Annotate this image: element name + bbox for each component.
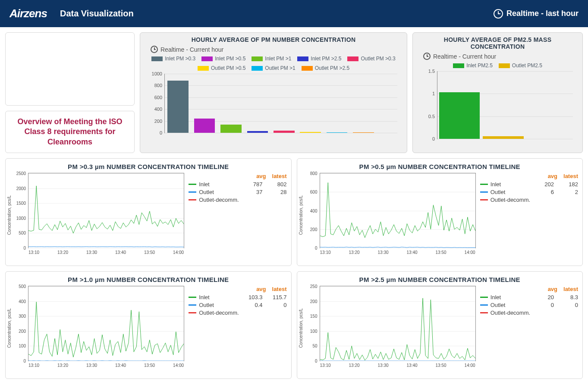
timeline-grid: PM >0.3 µm NUMBER CONCENTRATION TIMELINE… bbox=[0, 158, 588, 384]
top-grid: Overview of Meeting the ISO Class 8 requ… bbox=[0, 27, 588, 158]
bar-chart-pm-number: HOURLY AVERAGE OF PM NUMBER CONCENTRATIO… bbox=[140, 32, 407, 153]
chart-wrap: Concentration, pcs/L 05010015020025013:1… bbox=[302, 286, 476, 370]
chart-plot-area: 020040060080013:1013:2013:3013:4013:5014… bbox=[320, 173, 476, 248]
logo: AAirzensirzens bbox=[9, 7, 47, 20]
chart-legend: avglatest Inlet103.3115.7 Outlet0.40 Out… bbox=[189, 286, 286, 370]
chart-legend: Inlet PM >0.3Inlet PM >0.5Inlet PM >1Inl… bbox=[145, 56, 402, 71]
timeline-pm03: PM >0.3 µm NUMBER CONCENTRATION TIMELINE… bbox=[5, 158, 292, 266]
chart-title: HOURLY AVERAGE OF PM NUMBER CONCENTRATIO… bbox=[145, 36, 402, 43]
chart-plot-area: 0500100015002000250013:1013:2013:3013:40… bbox=[28, 173, 184, 248]
header-left: AAirzensirzens Data Visualization bbox=[9, 7, 134, 20]
chart-title: PM >0.3 µm NUMBER CONCENTRATION TIMELINE bbox=[10, 163, 287, 170]
timeline-pm10: PM >1.0 µm NUMBER CONCENTRATION TIMELINE… bbox=[5, 271, 292, 379]
chart-title: PM >0.5 µm NUMBER CONCENTRATION TIMELINE bbox=[302, 163, 579, 170]
timeline-pm05: PM >0.5 µm NUMBER CONCENTRATION TIMELINE… bbox=[297, 158, 583, 266]
realtime-label: Realtime - last hour bbox=[506, 9, 579, 18]
chart-legend: avglatest Inlet202182 Outlet62 Outlet-de… bbox=[480, 173, 578, 257]
chart-plot-area: 02004006008001000 bbox=[164, 74, 397, 133]
chart-wrap: Concentration, pcs/L 010020030040050013:… bbox=[10, 286, 184, 370]
chart-wrap: Concentration, pcs/L 0500100015002000250… bbox=[10, 173, 184, 257]
clock-icon bbox=[494, 9, 503, 19]
chart-title: PM >1.0 µm NUMBER CONCENTRATION TIMELINE bbox=[10, 276, 287, 283]
clock-icon bbox=[151, 46, 158, 53]
chart-plot-area: 05010015020025013:1013:2013:3013:4013:50… bbox=[320, 286, 476, 361]
iso-text: Overview of Meeting the ISO Class 8 requ… bbox=[10, 117, 130, 147]
timeline-pm25: PM >2.5 µm NUMBER CONCENTRATION TIMELINE… bbox=[297, 271, 583, 379]
chart-title: PM >2.5 µm NUMBER CONCENTRATION TIMELINE bbox=[302, 276, 579, 283]
bar-chart-pm25-mass: HOURLY AVERAGE OF PM2.5 MASS CONCENTRATI… bbox=[412, 32, 583, 153]
chart-legend: avglatest Inlet787802 Outlet3728 Outlet-… bbox=[189, 173, 286, 257]
page-title: Data Visualization bbox=[60, 9, 134, 19]
chart-plot-area: 010020030040050013:1013:2013:3013:4013:5… bbox=[28, 286, 184, 361]
clock-icon bbox=[423, 53, 431, 60]
y-axis-label: Concentration, pcs/L bbox=[298, 308, 303, 348]
iso-panel[interactable]: Overview of Meeting the ISO Class 8 requ… bbox=[5, 111, 135, 153]
y-axis-label: Concentration, pcs/L bbox=[7, 195, 12, 235]
chart-plot-area: 00.511.5 bbox=[437, 71, 573, 139]
left-column: Overview of Meeting the ISO Class 8 requ… bbox=[5, 32, 135, 153]
y-axis-label: Concentration, pcs/L bbox=[298, 195, 303, 235]
chart-legend: Inlet PM2.5Outlet PM2.5 bbox=[418, 63, 577, 69]
blank-panel bbox=[5, 32, 135, 106]
realtime-selector[interactable]: Realtime - last hour bbox=[494, 9, 579, 19]
chart-subtitle: Realtime - Current hour bbox=[423, 53, 577, 60]
app-header: AAirzensirzens Data Visualization Realti… bbox=[0, 0, 588, 27]
chart-title: HOURLY AVERAGE OF PM2.5 MASS CONCENTRATI… bbox=[418, 36, 577, 50]
chart-legend: avglatest Inlet208.3 Outlet00 Outlet-dec… bbox=[480, 286, 578, 370]
y-axis-label: Concentration, pcs/L bbox=[7, 308, 12, 348]
chart-wrap: Concentration, pcs/L 020040060080013:101… bbox=[302, 173, 476, 257]
chart-subtitle: Realtime - Current hour bbox=[151, 46, 402, 53]
